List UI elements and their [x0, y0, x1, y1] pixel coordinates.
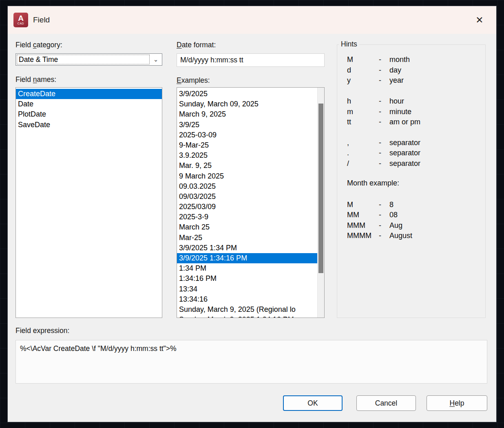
- field-category-select[interactable]: Date & Time ⌄: [15, 53, 162, 66]
- example-item[interactable]: 09/03/2025: [177, 192, 317, 202]
- hint-dash: -: [379, 76, 389, 85]
- example-item[interactable]: Sunday, March 9, 2025 (Regional lo: [177, 304, 317, 315]
- hint-value: Aug: [389, 221, 402, 230]
- hint-dash: -: [379, 211, 389, 219]
- field-category-label: Field category:: [15, 41, 62, 49]
- hint-key: m: [347, 108, 379, 116]
- example-item[interactable]: Mar-25: [177, 233, 317, 243]
- hint-key: y: [347, 76, 379, 85]
- hint-dash: -: [379, 108, 389, 116]
- example-item[interactable]: March 25: [177, 222, 317, 232]
- example-item[interactable]: 3/9/2025: [177, 89, 317, 99]
- hint-row: h-hour: [347, 96, 485, 107]
- hint-key: MMMM: [347, 232, 379, 240]
- example-item[interactable]: 2025-03-09: [177, 130, 317, 140]
- example-item[interactable]: Sunday, March 09, 2025: [177, 99, 317, 109]
- hint-key: M: [347, 201, 379, 209]
- hint-row: /-separator: [347, 159, 485, 169]
- titlebar[interactable]: A CAD Field: [8, 6, 496, 34]
- field-names-label: Field names:: [15, 75, 56, 84]
- month-example-row: M-8: [347, 199, 485, 210]
- hint-key: d: [347, 66, 379, 75]
- example-item[interactable]: 9 March 2025: [177, 171, 317, 181]
- close-button[interactable]: ✕: [472, 12, 487, 28]
- examples-label: Examples:: [177, 76, 210, 85]
- cancel-button[interactable]: Cancel: [356, 395, 416, 411]
- field-expression-label: Field expression:: [15, 327, 69, 335]
- autocad-logo-icon: A CAD: [13, 13, 28, 27]
- field-dialog: A CAD Field ✕ Field category: Date & Tim…: [7, 6, 497, 422]
- example-item[interactable]: 13:34: [177, 284, 317, 294]
- example-item[interactable]: 3.9.2025: [177, 150, 317, 161]
- field-name-item[interactable]: Date: [16, 99, 162, 109]
- field-name-item[interactable]: SaveDate: [16, 120, 162, 130]
- examples-list[interactable]: 3/9/2025 Sunday, March 09, 2025 March 9,…: [177, 87, 325, 318]
- examples-scrollbar[interactable]: [317, 88, 324, 318]
- hints-title: Hints: [339, 40, 359, 49]
- hints-content: M-month d-day y-year h-hour m-minute tt-…: [337, 45, 485, 241]
- hint-dash: -: [379, 201, 389, 209]
- hints-group: Hints M-month d-day y-year h-hour m-minu…: [337, 44, 486, 318]
- hint-value: separator: [389, 149, 420, 157]
- hint-value: August: [389, 232, 412, 240]
- month-example-row: MM-08: [347, 210, 485, 221]
- example-item[interactable]: March 9, 2025: [177, 109, 317, 119]
- example-item[interactable]: 13:34:16: [177, 294, 317, 304]
- hint-row: d-day: [347, 65, 485, 76]
- month-example-row: MMM-Aug: [347, 221, 485, 231]
- example-item[interactable]: 1:34 PM: [177, 263, 317, 274]
- hint-key: M: [347, 55, 379, 64]
- field-expression-box[interactable]: %<\AcVar CreateDate \f "M/d/yyyy h:mm:ss…: [15, 340, 487, 384]
- month-example-label: Month example:: [347, 179, 485, 190]
- hint-key: .: [347, 149, 379, 157]
- hint-key: tt: [347, 118, 379, 126]
- hint-row: .-separator: [347, 148, 485, 159]
- hint-dash: -: [379, 232, 389, 240]
- example-item[interactable]: 9-Mar-25: [177, 140, 317, 150]
- hint-value: separator: [389, 159, 420, 168]
- ok-button[interactable]: OK: [283, 395, 343, 411]
- example-item[interactable]: 3/9/25: [177, 120, 317, 130]
- hint-value: minute: [389, 108, 411, 116]
- hint-row: M-month: [347, 55, 485, 65]
- example-item[interactable]: 3/9/2025 1:34 PM: [177, 243, 317, 253]
- month-example-row: MMMM-August: [347, 231, 485, 241]
- example-item[interactable]: 3/9/2025 1:34:16 PM: [177, 253, 317, 263]
- date-format-input[interactable]: [177, 53, 325, 67]
- example-item[interactable]: 1:34:16 PM: [177, 274, 317, 284]
- example-item[interactable]: 2025/03/09: [177, 202, 317, 212]
- hint-dash: -: [379, 149, 389, 157]
- example-item[interactable]: 09.03.2025: [177, 181, 317, 192]
- hint-dash: -: [379, 139, 389, 147]
- dialog-title: Field: [33, 15, 50, 24]
- scrollbar-thumb[interactable]: [318, 104, 323, 273]
- hint-value: day: [389, 66, 401, 75]
- close-icon: ✕: [475, 15, 483, 26]
- field-name-item[interactable]: PlotDate: [16, 109, 162, 119]
- example-item[interactable]: 2025-3-9: [177, 212, 317, 222]
- hint-value: month: [389, 55, 410, 64]
- hint-key: h: [347, 97, 379, 106]
- chevron-down-icon[interactable]: ⌄: [150, 54, 162, 65]
- hint-dash: -: [379, 221, 389, 230]
- hint-key: MM: [347, 211, 379, 219]
- hint-key: /: [347, 159, 379, 168]
- example-item[interactable]: Sunday, March 9, 2025 1:34:16 PM: [177, 315, 317, 318]
- hint-row: y-year: [347, 75, 485, 86]
- field-category-value[interactable]: Date & Time: [17, 55, 150, 64]
- hint-value: am or pm: [389, 118, 420, 126]
- logo-sub: CAD: [18, 22, 24, 25]
- example-item[interactable]: Mar. 9, 25: [177, 161, 317, 171]
- hint-dash: -: [379, 118, 389, 126]
- hint-value: 08: [389, 211, 398, 219]
- field-name-item[interactable]: CreateDate: [16, 89, 162, 99]
- hint-value: year: [389, 76, 404, 85]
- hint-dash: -: [379, 97, 389, 106]
- field-names-list[interactable]: CreateDate Date PlotDate SaveDate: [15, 87, 162, 318]
- date-format-label: Date format:: [177, 41, 216, 49]
- help-button[interactable]: Help: [427, 395, 487, 411]
- hint-value: hour: [389, 97, 404, 106]
- hint-value: 8: [389, 201, 393, 209]
- hint-row: tt-am or pm: [347, 117, 485, 128]
- hint-key: ,: [347, 139, 379, 147]
